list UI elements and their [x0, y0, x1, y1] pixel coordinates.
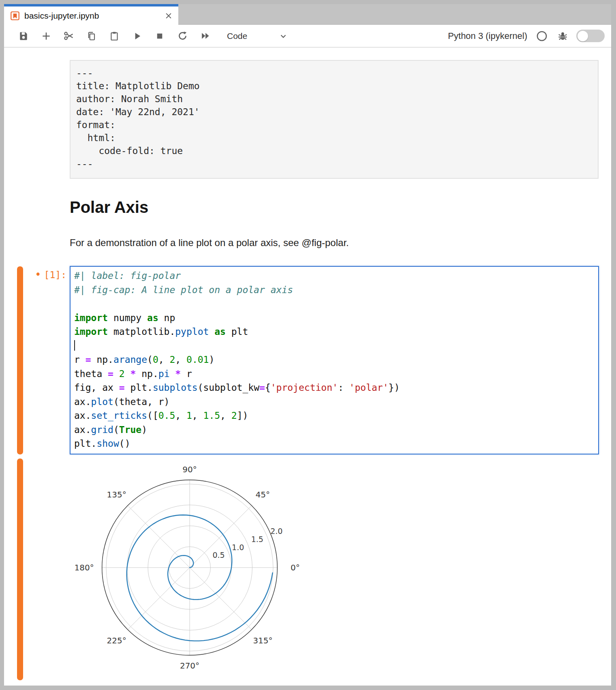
text-cursor	[74, 340, 75, 351]
notebook-toolbar: Code Python 3 (ipykernel)	[4, 25, 611, 47]
stop-kernel-button[interactable]	[152, 28, 168, 44]
cell-type-value: Code	[227, 31, 247, 41]
output-cell-collapser[interactable]	[17, 459, 23, 680]
add-cell-button[interactable]	[38, 28, 54, 44]
svg-text:225°: 225°	[107, 636, 126, 645]
notebook-tab[interactable]: basics-jupyter.ipynb	[4, 4, 178, 25]
run-all-button[interactable]	[197, 28, 213, 44]
cell-modified-dot: •	[35, 268, 41, 281]
copy-icon	[86, 31, 97, 41]
markdown-paragraph: For a demonstration of a line plot on a …	[70, 237, 349, 249]
raw-cell-text: ---title: Matplotlib Demoauthor: Norah S…	[76, 66, 598, 170]
simple-mode-toggle[interactable]	[576, 30, 605, 42]
jupyterlab-window: basics-jupyter.ipynb	[0, 0, 616, 690]
paste-clipboard-icon	[109, 31, 120, 41]
toggle-knob	[578, 31, 588, 41]
svg-text:2.0: 2.0	[270, 527, 282, 536]
svg-text:45°: 45°	[256, 490, 270, 499]
save-button[interactable]	[15, 28, 32, 44]
notebook-file-icon	[10, 11, 20, 21]
svg-text:0°: 0°	[291, 563, 300, 572]
svg-text:135°: 135°	[107, 490, 126, 499]
svg-text:315°: 315°	[253, 636, 272, 645]
tab-title: basics-jupyter.ipynb	[24, 11, 99, 21]
fast-forward-icon	[200, 30, 211, 41]
add-icon	[41, 31, 51, 41]
tabbar-empty-area	[178, 4, 611, 25]
execution-prompt: •[1]:	[11, 268, 66, 282]
svg-text:0.5: 0.5	[212, 551, 225, 559]
code-cell-text: #| label: fig-polar#| fig-cap: A line pl…	[74, 269, 598, 451]
svg-text:1.5: 1.5	[251, 535, 263, 544]
cell-type-dropdown[interactable]: Code	[225, 31, 290, 41]
code-cell-editor[interactable]: #| label: fig-polar#| fig-cap: A line pl…	[70, 266, 599, 454]
debugger-bug-icon[interactable]	[557, 30, 568, 41]
kernel-status-icon[interactable]	[536, 30, 548, 42]
run-icon	[132, 31, 142, 41]
stop-icon	[154, 31, 165, 41]
run-cell-button[interactable]	[129, 28, 145, 44]
svg-text:180°: 180°	[75, 563, 94, 572]
svg-text:1.0: 1.0	[232, 543, 244, 552]
copy-cells-button[interactable]	[83, 28, 100, 44]
cut-scissors-icon	[64, 30, 75, 41]
code-cell-collapser[interactable]	[17, 266, 23, 454]
svg-text:90°: 90°	[182, 465, 197, 474]
save-icon	[18, 31, 29, 41]
restart-kernel-button[interactable]	[174, 28, 190, 44]
markdown-heading: Polar Axis	[70, 198, 148, 216]
raw-cell-editor[interactable]: ---title: Matplotlib Demoauthor: Norah S…	[70, 60, 599, 179]
kernel-name[interactable]: Python 3 (ipykernel)	[448, 31, 527, 41]
paste-cells-button[interactable]	[106, 28, 122, 44]
notebook-content: ---title: Matplotlib Demoauthor: Norah S…	[4, 47, 611, 686]
execution-count: [1]:	[44, 270, 66, 280]
restart-icon	[177, 30, 188, 41]
tab-close-icon[interactable]	[165, 12, 173, 20]
svg-text:270°: 270°	[180, 661, 199, 671]
polar-plot-output: 0.51.01.52.00°45°90°135°180°225°270°315°	[61, 460, 320, 679]
chevron-down-icon	[279, 32, 288, 41]
cut-cells-button[interactable]	[61, 28, 77, 44]
